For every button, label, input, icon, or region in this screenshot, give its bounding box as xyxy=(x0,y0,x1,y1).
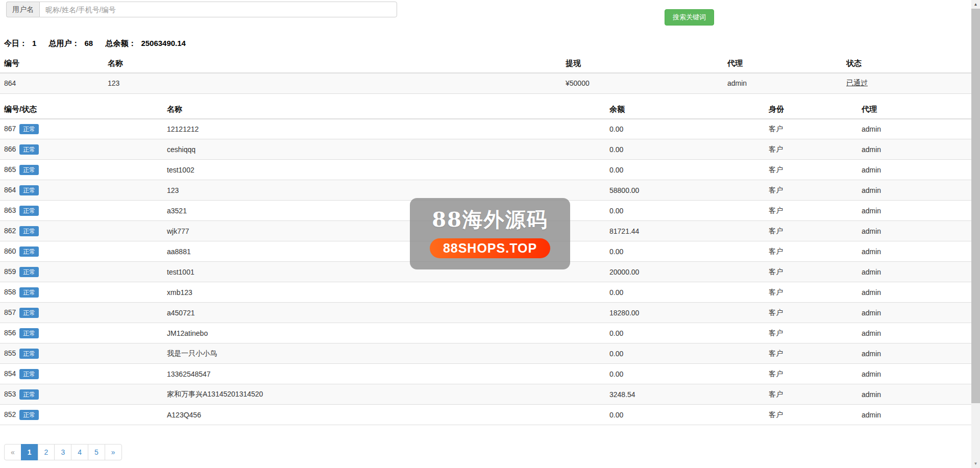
user-id: 863 xyxy=(4,206,16,214)
withdraw-table-header-row: 编号 名称 提现 代理 状态 xyxy=(0,55,971,73)
withdraw-cell-name: 123 xyxy=(104,73,561,93)
table-row: 858正常 xmb123 0.00 客户 admin xyxy=(0,282,971,303)
user-balance: 0.00 xyxy=(605,343,765,364)
user-id: 854 xyxy=(4,370,16,378)
stats-line: 今日：1 总用户：68 总余额：25063490.14 xyxy=(4,39,971,48)
user-role: 客户 xyxy=(765,180,857,201)
status-badge[interactable]: 正常 xyxy=(19,369,39,379)
user-agent: admin xyxy=(857,221,971,241)
user-id: 867 xyxy=(4,125,16,133)
status-badge[interactable]: 正常 xyxy=(19,308,39,318)
user-agent: admin xyxy=(857,180,971,201)
stat-today-value: 1 xyxy=(32,39,36,47)
page-prev[interactable]: « xyxy=(4,444,21,460)
page-5[interactable]: 5 xyxy=(88,444,105,460)
user-name: JM12atinebo xyxy=(163,323,605,343)
page-2-label[interactable]: 2 xyxy=(38,444,55,460)
vertical-scrollbar[interactable]: ▲ ▼ xyxy=(971,0,980,468)
user-name: 12121212 xyxy=(163,119,605,139)
user-id: 855 xyxy=(4,349,16,357)
page-2[interactable]: 2 xyxy=(38,444,55,460)
user-role: 客户 xyxy=(765,241,857,262)
user-agent: admin xyxy=(857,282,971,303)
status-badge[interactable]: 正常 xyxy=(19,144,39,155)
scrollbar-down-arrow-icon[interactable]: ▼ xyxy=(971,459,980,468)
user-agent: admin xyxy=(857,241,971,262)
user-name: 13362548547 xyxy=(163,364,605,384)
user-header-balance: 余额 xyxy=(605,101,765,119)
table-row: 856正常 JM12atinebo 0.00 客户 admin xyxy=(0,323,971,343)
user-role: 客户 xyxy=(765,160,857,180)
user-header-id-status: 编号/状态 xyxy=(0,101,163,119)
table-row: 864正常 123 58800.00 客户 admin xyxy=(0,180,971,201)
status-badge[interactable]: 正常 xyxy=(19,389,39,400)
status-badge[interactable]: 正常 xyxy=(19,410,39,420)
search-input[interactable] xyxy=(39,2,397,17)
page-1[interactable]: 1 xyxy=(21,444,38,460)
table-row: 853正常 家和万事兴A13145201314520 3248.54 客户 ad… xyxy=(0,384,971,405)
user-id: 856 xyxy=(4,329,16,337)
page-prev-label[interactable]: « xyxy=(4,444,21,460)
page-1-label[interactable]: 1 xyxy=(21,444,38,460)
user-agent: admin xyxy=(857,201,971,221)
stat-today-label: 今日： xyxy=(4,39,27,47)
status-badge[interactable]: 正常 xyxy=(19,206,39,216)
user-role: 客户 xyxy=(765,201,857,221)
search-button[interactable]: 搜索关键词 xyxy=(665,9,714,26)
table-row: 866正常 ceshiqqq 0.00 客户 admin xyxy=(0,139,971,160)
user-id: 858 xyxy=(4,288,16,296)
user-role: 客户 xyxy=(765,343,857,364)
page-5-label[interactable]: 5 xyxy=(88,444,105,460)
user-id: 852 xyxy=(4,410,16,418)
page-next[interactable]: » xyxy=(105,444,122,460)
withdraw-header-amount: 提现 xyxy=(561,55,723,73)
page-3-label[interactable]: 3 xyxy=(54,444,71,460)
user-header-agent: 代理 xyxy=(857,101,971,119)
status-badge[interactable]: 正常 xyxy=(19,287,39,298)
user-name: A123Q456 xyxy=(163,405,605,425)
status-badge[interactable]: 正常 xyxy=(19,267,39,277)
status-badge[interactable]: 正常 xyxy=(19,185,39,195)
stat-balance-label: 总余额： xyxy=(105,39,136,47)
user-agent: admin xyxy=(857,119,971,139)
status-badge[interactable]: 正常 xyxy=(19,124,39,134)
user-id: 864 xyxy=(4,186,16,194)
page-4-label[interactable]: 4 xyxy=(71,444,88,460)
status-badge[interactable]: 正常 xyxy=(19,247,39,257)
page-3[interactable]: 3 xyxy=(55,444,71,460)
user-role: 客户 xyxy=(765,405,857,425)
scrollbar-up-arrow-icon[interactable]: ▲ xyxy=(971,0,980,9)
page-4[interactable]: 4 xyxy=(71,444,88,460)
user-name: test1002 xyxy=(163,160,605,180)
withdraw-table-row: 864 123 ¥50000 admin 已通过 xyxy=(0,73,971,93)
user-table-header-row: 编号/状态 名称 余额 身份 代理 xyxy=(0,101,971,119)
user-balance: 81721.44 xyxy=(605,221,765,241)
table-row: 854正常 13362548547 0.00 客户 admin xyxy=(0,364,971,384)
user-balance: 0.00 xyxy=(605,282,765,303)
user-table: 编号/状态 名称 余额 身份 代理 867正常 121212 xyxy=(0,101,971,426)
username-addon-label: 用户名 xyxy=(6,2,39,17)
stat-total-balance: 总余额：25063490.14 xyxy=(105,39,191,47)
withdraw-status-link[interactable]: 已通过 xyxy=(846,79,868,87)
user-id: 857 xyxy=(4,308,16,316)
status-badge[interactable]: 正常 xyxy=(19,349,39,359)
pagination: « 1 2 3 4 5 » xyxy=(4,444,122,460)
user-id: 862 xyxy=(4,227,16,235)
user-role: 客户 xyxy=(765,119,857,139)
user-name: xmb123 xyxy=(163,282,605,303)
scrollbar-thumb[interactable] xyxy=(971,9,980,403)
status-badge[interactable]: 正常 xyxy=(19,165,39,175)
withdraw-header-status: 状态 xyxy=(842,55,971,73)
user-name: test1001 xyxy=(163,262,605,282)
page: 用户名 搜索关键词 今日：1 总用户：68 总余额：25063490.14 编号… xyxy=(0,0,980,468)
user-header-role: 身份 xyxy=(765,101,857,119)
status-badge[interactable]: 正常 xyxy=(19,328,39,338)
page-next-label[interactable]: » xyxy=(105,444,122,460)
user-balance: 20000.00 xyxy=(605,262,765,282)
stat-today: 今日：1 xyxy=(4,39,41,47)
user-name: aa8881 xyxy=(163,241,605,262)
withdraw-header-agent: 代理 xyxy=(723,55,842,73)
status-badge[interactable]: 正常 xyxy=(19,226,39,236)
user-id: 853 xyxy=(4,390,16,398)
table-row: 855正常 我是一只小小鸟 0.00 客户 admin xyxy=(0,343,971,364)
